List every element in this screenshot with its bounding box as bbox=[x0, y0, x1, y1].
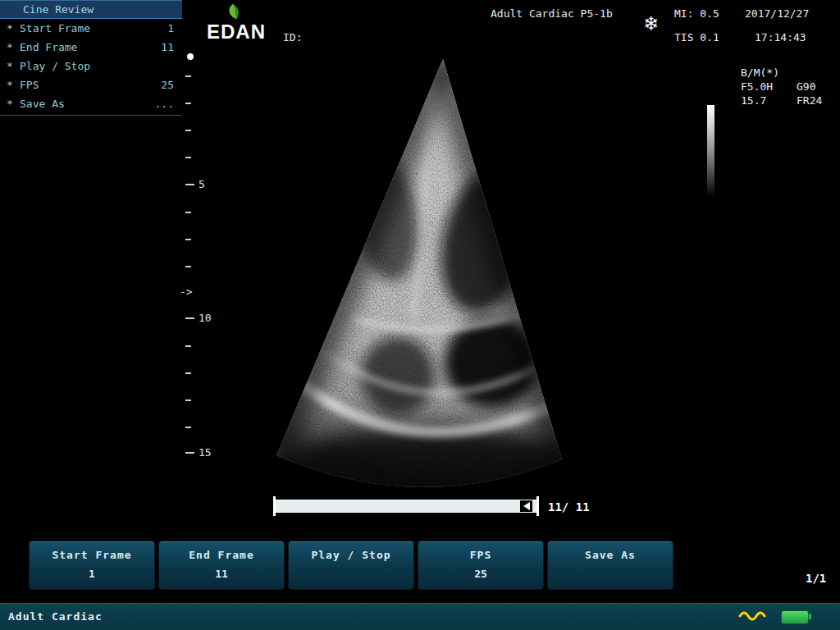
ruler-label: 5 bbox=[199, 178, 205, 190]
softkey-label: Start Frame bbox=[30, 549, 154, 561]
menu-bullet: * bbox=[7, 41, 18, 53]
menu-bullet: * bbox=[7, 60, 18, 72]
softkey-page-indicator: 1/1 bbox=[806, 572, 826, 585]
menu-item-value: 25 bbox=[161, 79, 174, 91]
ruler-tick-major bbox=[185, 184, 194, 185]
ruler-tick-major bbox=[185, 452, 194, 454]
softkey-value: 1 bbox=[30, 568, 154, 580]
ruler-tick bbox=[185, 239, 191, 240]
ruler-tick bbox=[185, 103, 191, 104]
menu-item-label: Save As bbox=[18, 98, 155, 110]
softkey-play-stop[interactable]: Play / Stop bbox=[288, 541, 414, 590]
cine-review-menu: Cine Review * Start Frame 1 * End Frame … bbox=[0, 0, 182, 116]
ruler-tick bbox=[185, 75, 191, 77]
battery-icon bbox=[781, 610, 809, 624]
menu-item-label: Start Frame bbox=[18, 22, 167, 34]
softkey-value: 25 bbox=[418, 568, 543, 580]
mi-value: MI: 0.5 bbox=[674, 7, 719, 20]
freeze-icon: ❄ bbox=[645, 11, 658, 35]
ruler-tick bbox=[185, 345, 191, 347]
brand-name: EDAN bbox=[197, 22, 276, 42]
ruler-tick bbox=[185, 427, 191, 428]
menu-item-save-as[interactable]: * Save As ... bbox=[0, 94, 182, 113]
cine-bar-left-cap bbox=[273, 496, 276, 516]
probe-apex-marker bbox=[187, 53, 194, 60]
softkey-label: FPS bbox=[418, 549, 543, 561]
ruler-tick bbox=[185, 157, 191, 158]
cine-progress-bar[interactable] bbox=[275, 497, 537, 515]
menu-item-value: ... bbox=[155, 98, 174, 110]
menu-bullet: * bbox=[7, 79, 18, 91]
ruler-tick bbox=[185, 212, 191, 213]
ruler-tick bbox=[185, 266, 191, 267]
menu-item-start-frame[interactable]: * Start Frame 1 bbox=[0, 19, 182, 38]
menu-item-value: 11 bbox=[161, 41, 174, 53]
tis-value: TIS 0.1 bbox=[674, 31, 719, 43]
menu-item-play-stop[interactable]: * Play / Stop bbox=[0, 57, 182, 75]
softkey-end-frame[interactable]: End Frame 11 bbox=[158, 541, 285, 590]
menu-item-fps[interactable]: * FPS 25 bbox=[0, 75, 182, 94]
menu-bullet: * bbox=[7, 98, 18, 110]
status-preset: Adult Cardiac bbox=[8, 604, 103, 630]
ruler-label: 15 bbox=[199, 446, 212, 459]
menu-item-end-frame[interactable]: * End Frame 11 bbox=[0, 38, 182, 57]
system-date: 2017/12/27 bbox=[745, 7, 809, 20]
frame-counter: 11/ 11 bbox=[548, 500, 590, 514]
menu-item-label: End Frame bbox=[18, 41, 161, 53]
ruler-label: 10 bbox=[199, 312, 212, 324]
exam-preset: Adult Cardiac P5-1b bbox=[491, 7, 613, 20]
depth-value: 15.7 bbox=[741, 94, 766, 107]
frequency-value: F5.0H bbox=[741, 80, 773, 93]
marker-arrow-icon bbox=[523, 502, 530, 510]
gain-value: G90 bbox=[797, 80, 815, 93]
ultrasound-screen: EDAN ID: Adult Cardiac P5-1b ❄ MI: 0.5 T… bbox=[0, 0, 840, 630]
softkey-label: End Frame bbox=[159, 549, 284, 561]
patient-id-label: ID: bbox=[283, 31, 302, 43]
ultrasound-image bbox=[246, 49, 640, 492]
softkey-label: Save As bbox=[548, 549, 673, 561]
leaf-icon bbox=[222, 3, 250, 20]
frame-rate-value: FR24 bbox=[797, 94, 822, 107]
menu-item-label: Play / Stop bbox=[18, 60, 174, 72]
focus-marker: -> bbox=[180, 285, 193, 298]
softkey-start-frame[interactable]: Start Frame 1 bbox=[29, 541, 155, 590]
softkey-save-as[interactable]: Save As bbox=[547, 541, 673, 590]
softkey-value: 11 bbox=[159, 568, 284, 580]
ruler-tick bbox=[185, 130, 191, 131]
ruler-tick-major bbox=[185, 317, 194, 319]
mode-indicator: B/M(*) bbox=[741, 66, 779, 79]
softkey-label: Play / Stop bbox=[289, 549, 413, 561]
status-bar: Adult Cardiac bbox=[0, 603, 840, 630]
ac-power-icon bbox=[738, 609, 768, 623]
brand-logo: EDAN bbox=[197, 3, 276, 42]
grayscale-bar bbox=[707, 105, 714, 197]
menu-item-label: FPS bbox=[18, 79, 161, 91]
ruler-tick bbox=[185, 372, 191, 374]
cine-bar-right-cap bbox=[536, 496, 539, 516]
menu-title: Cine Review bbox=[0, 0, 182, 19]
ruler-tick bbox=[185, 399, 191, 401]
system-time: 17:14:43 bbox=[755, 31, 806, 43]
softkey-fps[interactable]: FPS 25 bbox=[418, 541, 544, 590]
menu-item-value: 1 bbox=[167, 22, 174, 34]
cine-progress-rail[interactable] bbox=[275, 500, 537, 513]
menu-bullet: * bbox=[7, 22, 18, 34]
cine-position-marker[interactable] bbox=[520, 500, 532, 512]
